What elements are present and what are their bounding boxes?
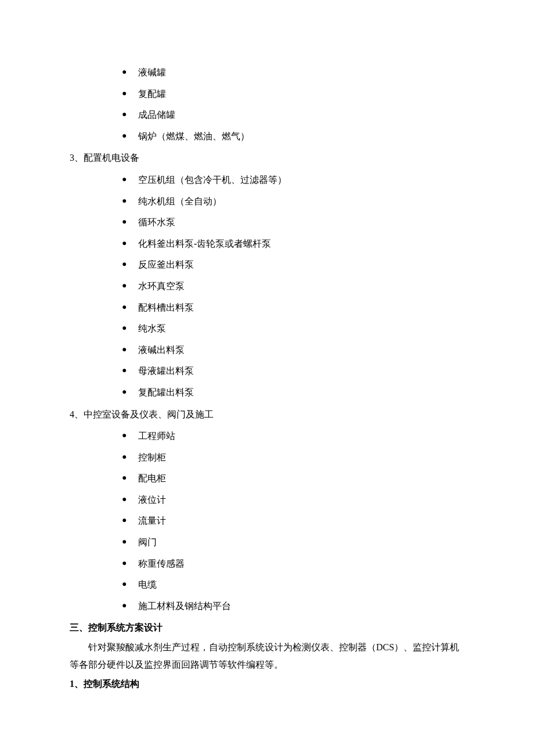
list-item: 工程师站 xyxy=(122,427,464,445)
list-item-text: 成品储罐 xyxy=(138,110,175,120)
list-item: 复配罐出料泵 xyxy=(122,384,464,401)
list-item-text: 液位计 xyxy=(138,495,166,505)
list-item: 配料槽出料泵 xyxy=(122,299,464,316)
list-item: 液位计 xyxy=(122,491,464,509)
list-item: 施工材料及钢结构平台 xyxy=(122,597,464,615)
list-item: 控制柜 xyxy=(122,449,464,466)
list-item: 流量计 xyxy=(122,512,464,530)
bullet-list-section-3: 空压机组（包含冷干机、过滤器等） 纯水机组（全自动） 循环水泵 化料釜出料泵-齿… xyxy=(70,171,464,401)
list-item: 水环真空泵 xyxy=(122,278,464,295)
list-item: 液碱出料泵 xyxy=(122,341,464,359)
list-item-text: 水环真空泵 xyxy=(138,281,185,291)
list-item-text: 循环水泵 xyxy=(138,217,175,227)
list-item: 纯水机组（全自动） xyxy=(122,193,464,210)
list-item-text: 锅炉（燃煤、燃油、燃气） xyxy=(138,131,250,141)
list-item-text: 电缆 xyxy=(138,579,157,589)
bullet-list-continuation: 液碱罐 复配罐 成品储罐 锅炉（燃煤、燃油、燃气） xyxy=(70,64,464,145)
list-item-text: 控制柜 xyxy=(138,452,166,462)
list-item: 液碱罐 xyxy=(122,64,464,81)
list-item: 化料釜出料泵-齿轮泵或者螺杆泵 xyxy=(122,235,464,253)
list-item-text: 纯水机组（全自动） xyxy=(138,196,222,206)
list-item-text: 阀门 xyxy=(138,537,157,547)
section-three-heading: 三、控制系统方案设计 xyxy=(70,619,464,636)
list-item: 空压机组（包含冷干机、过滤器等） xyxy=(122,171,464,189)
list-item-text: 纯水泵 xyxy=(138,323,166,333)
sub-section-1-heading: 1、控制系统结构 xyxy=(70,675,464,693)
list-item: 锅炉（燃煤、燃油、燃气） xyxy=(122,128,464,145)
list-item-text: 工程师站 xyxy=(138,431,175,441)
list-item-text: 液碱出料泵 xyxy=(138,345,185,355)
list-item: 复配罐 xyxy=(122,85,464,103)
list-item-text: 流量计 xyxy=(138,516,166,525)
bullet-list-section-4: 工程师站 控制柜 配电柜 液位计 流量计 阀门 称重传感器 电缆 施工材料及钢结… xyxy=(70,427,464,614)
list-item-text: 复配罐 xyxy=(138,89,166,99)
list-item: 母液罐出料泵 xyxy=(122,362,464,380)
list-item: 电缆 xyxy=(122,576,464,593)
list-item: 纯水泵 xyxy=(122,320,464,337)
list-item: 称重传感器 xyxy=(122,555,464,573)
section-three-paragraph: 针对聚羧酸减水剂生产过程，自动控制系统设计为检测仪表、控制器（DCS）、监控计算… xyxy=(70,639,464,673)
list-item: 循环水泵 xyxy=(122,214,464,231)
list-item: 阀门 xyxy=(122,534,464,551)
list-item-text: 化料釜出料泵-齿轮泵或者螺杆泵 xyxy=(138,239,271,249)
list-item-text: 母液罐出料泵 xyxy=(138,366,194,376)
list-item-text: 配电柜 xyxy=(138,473,166,483)
list-item-text: 称重传感器 xyxy=(138,559,185,568)
list-item-text: 反应釜出料泵 xyxy=(138,260,194,269)
section-3-title: 3、配置机电设备 xyxy=(70,149,464,167)
list-item: 反应釜出料泵 xyxy=(122,256,464,273)
list-item: 配电柜 xyxy=(122,470,464,487)
list-item-text: 施工材料及钢结构平台 xyxy=(138,601,231,611)
list-item: 成品储罐 xyxy=(122,106,464,124)
list-item-text: 空压机组（包含冷干机、过滤器等） xyxy=(138,175,287,185)
list-item-text: 液碱罐 xyxy=(138,67,166,77)
section-4-title: 4、中控室设备及仪表、阀门及施工 xyxy=(70,406,464,423)
list-item-text: 配料槽出料泵 xyxy=(138,303,194,312)
list-item-text: 复配罐出料泵 xyxy=(138,387,194,397)
